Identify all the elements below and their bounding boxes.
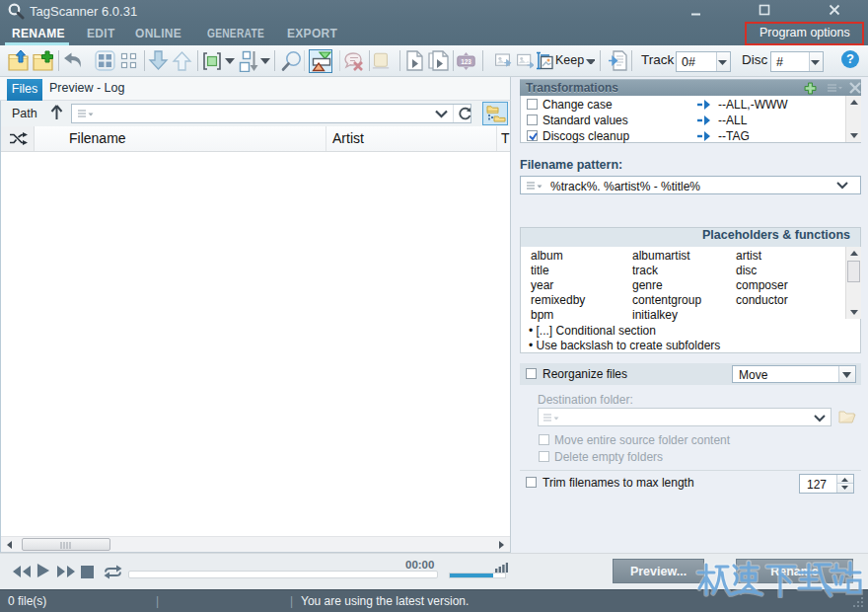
svg-text:123: 123 (461, 56, 471, 66)
